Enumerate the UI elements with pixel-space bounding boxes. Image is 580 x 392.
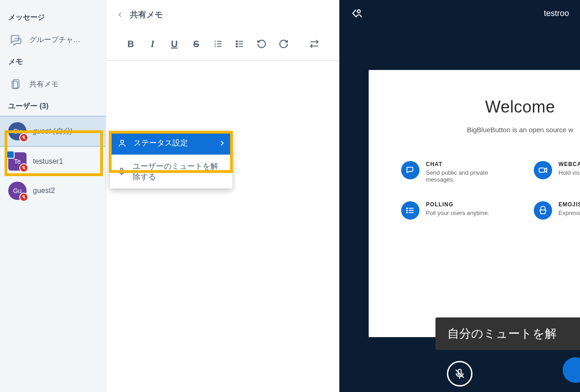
user-name: guest2 [33,187,55,195]
feature-icon [534,201,552,220]
presentation-slide: Welcome BigBlueButton is an open source … [369,70,580,337]
mute-toggle-button[interactable] [447,361,473,387]
feature-title: EMOJIS [559,201,580,208]
svg-line-5 [22,196,26,199]
italic-button[interactable]: I [146,38,159,50]
svg-text:3: 3 [214,45,215,48]
notes-icon [8,77,23,91]
unmute-user-item[interactable]: ユーザーのミュートを解除する [110,155,232,188]
feature-icon [401,201,419,220]
feature-desc: Poll your users anytime. [426,209,489,216]
svg-point-20 [121,140,124,143]
feature-desc: Hold visual mee [559,169,580,176]
svg-rect-21 [121,168,123,173]
slide-heading: Welcome [396,97,580,117]
chevron-right-icon [219,140,225,146]
group-chat-item[interactable]: グループチャ… [0,27,106,53]
svg-rect-24 [539,168,545,172]
mic-icon [117,167,126,176]
feature-title: CHAT [426,161,506,167]
feature-item: WEBCAMSHold visual mee [534,161,580,183]
strikethrough-button[interactable]: S [190,38,203,50]
bold-button[interactable]: B [124,38,137,50]
users-header: ユーザー (3) [0,97,106,116]
set-status-item[interactable]: ステータス設定 [110,131,232,155]
notes-panel-header: 共有メモ [106,0,339,29]
shared-notes-label: 共有メモ [29,80,59,89]
svg-line-1 [22,136,26,140]
unordered-list-button[interactable] [233,38,246,50]
action-button[interactable] [563,357,580,383]
person-icon [117,139,127,148]
user-name: testuser1 [33,157,63,166]
notes-header: メモ [0,53,106,71]
feature-item: CHATSend public and private messages. [401,161,506,183]
svg-line-3 [22,166,26,170]
svg-point-23 [357,10,360,13]
feature-title: WEBCAMS [559,161,580,167]
feature-desc: Express yoursel [559,209,580,216]
slide-subtitle: BigBlueButton is an open source w [396,126,580,134]
feature-desc: Send public and private messages. [426,169,506,183]
back-button[interactable] [117,11,124,19]
messages-header: メッセージ [0,8,106,27]
feature-item: EMOJISExpress yoursel [534,201,580,220]
user-row[interactable]: Guguest2 [0,176,106,205]
user-row[interactable]: Tetestuser1 [0,147,106,176]
unmute-tooltip: 自分のミュートを解 [435,317,580,350]
editor-toolbar: B I U S 123 [106,29,339,61]
muted-icon [19,193,28,202]
shared-notes-panel: 共有メモ B I U S 123 [106,0,339,392]
avatar: Gu [8,122,27,140]
controls-bar [339,355,580,392]
shared-notes-item[interactable]: 共有メモ [0,71,106,97]
svg-point-15 [236,41,237,42]
notes-title: 共有メモ [130,9,163,20]
undo-button[interactable] [255,38,268,50]
unmute-user-label: ユーザーのミュートを解除する [133,161,225,182]
underline-button[interactable]: U [168,38,181,50]
user-context-menu: ステータス設定 ユーザーのミュートを解除する [110,131,232,188]
svg-point-16 [236,43,237,45]
feature-title: POLLING [426,201,489,208]
feature-item: POLLINGPoll your users anytime. [401,201,506,220]
svg-point-29 [407,208,408,209]
swap-button[interactable] [308,38,321,50]
sidebar: メッセージ グループチャ… メモ 共有メモ ユーザー (3) Guguest (… [0,0,106,392]
svg-point-30 [407,210,408,211]
user-list: Guguest (自分)Tetestuser1Guguest2 [0,116,106,205]
presenter-icon [6,150,15,159]
svg-point-31 [407,212,408,213]
ordered-list-button[interactable]: 123 [212,38,225,50]
set-status-label: ステータス設定 [134,138,188,148]
room-title: testroo [544,9,569,18]
redo-button[interactable] [277,38,290,50]
hide-users-icon[interactable] [350,7,362,19]
chat-icon [8,32,23,47]
feature-grid: CHATSend public and private messages.WEB… [401,161,580,220]
feature-icon [401,161,419,179]
avatar: Gu [8,182,27,200]
presentation-area: testroo Welcome BigBlueButton is an open… [339,0,580,392]
svg-marker-25 [545,168,547,172]
feature-icon [534,161,552,179]
avatar: Te [8,152,27,171]
svg-point-17 [236,46,237,47]
user-name: guest (自分) [33,127,72,136]
user-row[interactable]: Guguest (自分) [0,116,106,147]
group-chat-label: グループチャ… [29,35,81,45]
muted-icon [19,163,28,172]
muted-icon [19,133,28,142]
